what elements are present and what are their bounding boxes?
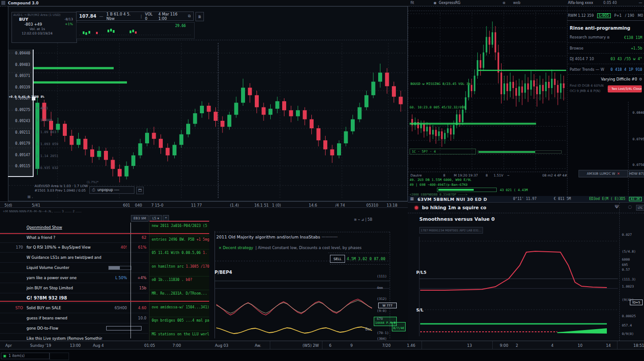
button-label: AM30B LUM2C W [587,172,615,176]
subheader-value: A1 2€ [629,197,642,201]
axis-label: 18:51 [633,343,644,348]
order-panel-row[interactable]: DJ 4014 7 1003 43 /55 w 4° [568,54,644,64]
watchlist-row[interactable]: join BUY on Stop Limited15b [0,283,148,293]
varying-value[interactable]: Varying Difficile #0 [601,77,637,81]
grid-icon[interactable]: ▦ [410,196,414,201]
watchlist-row[interactable]: Openminded Show [0,223,148,233]
alert-line-upper [0,233,209,234]
order-panel-row[interactable]: Browse+1.5b [568,43,644,54]
axis-label: 0/9(0) [622,332,634,336]
account-stat: P+1 [614,14,622,18]
watchlist-row[interactable]: What a friend ?62 [0,233,148,243]
document-button[interactable]: 🗎 [196,12,204,21]
popout-button[interactable]: 🗔 [136,187,144,194]
price-scale-overlay[interactable]: 0.094400.094030.093710.093390.093070.092… [8,50,34,177]
toolbar-volume[interactable]: VOL 0 [145,12,155,21]
log-console[interactable]: new 2011 Ja016-P04/2023 (5 U30) 50-5A0?e… [149,223,209,340]
status-chip-extension [50,353,69,360]
order-panel-row[interactable]: Research summary ⧈€138 11M [568,32,644,43]
connection-label[interactable]: GexpressRG [439,1,460,5]
ltc-badge[interactable]: LTC [636,205,644,211]
price-scale-label: 0.09179 [15,142,30,146]
axis-label: Aug 03 [215,343,228,348]
globe-icon[interactable]: ⊛ [502,1,506,5]
watchlist-row[interactable]: yarn like a power over oneL 50%+4% [0,273,148,283]
oscillator-chart[interactable] [215,248,390,338]
watch-row-value-2: 4.60 [130,306,148,310]
pl-tab[interactable]: 1787 M0091234 M09T001 /6P2 LAB 031 M018 [419,227,483,234]
fit-button[interactable]: fit [410,1,414,5]
divider [408,213,644,213]
axis-label: 6000 [622,257,630,261]
subchart-header: ▦ 63VM 5BBNLM NUI 30 ED D 0°11' 11.97€ 0… [408,196,644,203]
axis-label: 14.6 [309,203,317,207]
app-icon[interactable] [1,1,5,5]
symbol-pair: AUD-L → BUY/M2 Area (1 USD) [12,12,77,17]
price-scale-label: 0.09147 [15,153,30,157]
sub-progress-label: 1C · 5P? · 4 [412,150,436,154]
scale-drag-handle[interactable] [32,97,35,100]
ghost-circle-icon[interactable]: ◌ [628,204,632,209]
divider [567,20,644,21]
watch-row-number: STO [0,306,25,310]
chart-inner-label: 1 1.093 059 [36,142,58,146]
axis-label: 7/20 [382,343,391,348]
log-text: MR. Re...2031A. D/TRoom... [152,292,207,296]
axis-divider [492,341,493,349]
order-row-label: Patter Trends — W [570,67,604,72]
chart-inner-label: 1 150000 [36,118,52,122]
unpopup-label: unpopup ---- [97,188,119,192]
sub-progress-box[interactable]: 1C · 5P? · 4 [410,149,476,154]
axis-label: M 19:20 19:37 [454,173,478,177]
order-row-value: 03 43 /55 w 4° [610,57,642,61]
axis-label: 5(d) [4,203,12,207]
hedge-button[interactable]: HDW 87) [629,170,644,177]
toolbar-mode[interactable]: 4 Mar 116 1:00 [158,12,185,21]
status-chip[interactable]: ▣ 1 item(s) [1,353,50,359]
subheader-value: € 011 5M [554,197,571,201]
watchlist-row[interactable]: Liquid Volume Counter [0,263,148,273]
axis-label: 601 [123,203,130,207]
watchlist-row[interactable]: gone DO-to-Flow [0,323,148,334]
log-text: o0 1b...11B30 . [152,278,184,282]
order-panel-row[interactable]: Patter Trends — W0 418 4 1P 910 [568,64,644,75]
axis-label: /4 74 [335,203,345,207]
watchlist-row[interactable]: 170for Q RSI 10%% + BuyS/pwd View40!61% [0,243,148,253]
volume-note: Vol. at 1s [12,27,77,31]
separator: | [141,14,142,19]
watch-row-label: Openminded Show [25,225,102,230]
log-line: ove amidessa-w/ 1504...341) , .30 [150,304,209,318]
chart-inner-label: 4.4611 [36,106,48,110]
minimize-button[interactable]: — [639,1,642,5]
watchlist-row[interactable]: W Guidance LS1s am are twist/pwd and Sys… [0,253,148,263]
watchlist-row[interactable]: guess if beans owned10.0 [0,313,148,323]
row-slider[interactable] [108,266,131,270]
axis-label: 2 [516,343,518,348]
axis-label: Aug 4 [93,343,104,348]
watchlist-row[interactable]: STOSolid BUY on SALE65H004.60 [0,303,148,313]
main-candlestick-chart[interactable] [8,42,407,200]
gear-icon[interactable]: ⚙ [639,77,642,81]
mic-icon[interactable]: Ψ [615,204,619,210]
watch-row-value-2: +4% [130,276,148,280]
bottom-time-axis[interactable]: AprSunday '1913:00Aug 401:057:00Aug 03Aw… [0,341,644,349]
watch-row-label: for Q RSI 10%% + BuyS/pwd View [25,245,102,250]
copy-icon[interactable]: ⧉ [188,14,191,19]
pl-line-chart[interactable] [418,234,619,338]
close-position-button[interactable]: ⛶ Two Lost/3/4L Close [608,85,642,92]
toolbar-quote[interactable]: 1 B 61.0 4 5. Nbw [107,12,138,21]
unpopup-button[interactable]: ⎙ unpopup ---- [89,186,134,194]
osc-toolbar-icons[interactable]: ≋ ⌁ ⊿ | 5B [354,218,372,222]
watch-row-number: 170 [0,245,25,250]
axis-label: (111.3) [622,277,636,281]
watchlist-chip-a[interactable]: EB3 9M [131,215,149,222]
axis-label: 0.0795 [632,137,644,141]
row-progress[interactable] [106,326,142,330]
axis-label: 7:00 [172,343,181,348]
main-time-axis[interactable]: 5(d)5/416010407 15-011 77(1.4)16.1 511 (… [0,201,408,208]
web-label[interactable]: web [513,1,521,5]
toolbar-price: 107.84 [79,14,96,19]
watch-row-label: Solid BUY on SALE [25,306,102,310]
cancel-orders-button[interactable]: AM30B LUM2C W ✕ [579,170,628,177]
order-panel-title: Rinse anti-programming [568,22,644,32]
